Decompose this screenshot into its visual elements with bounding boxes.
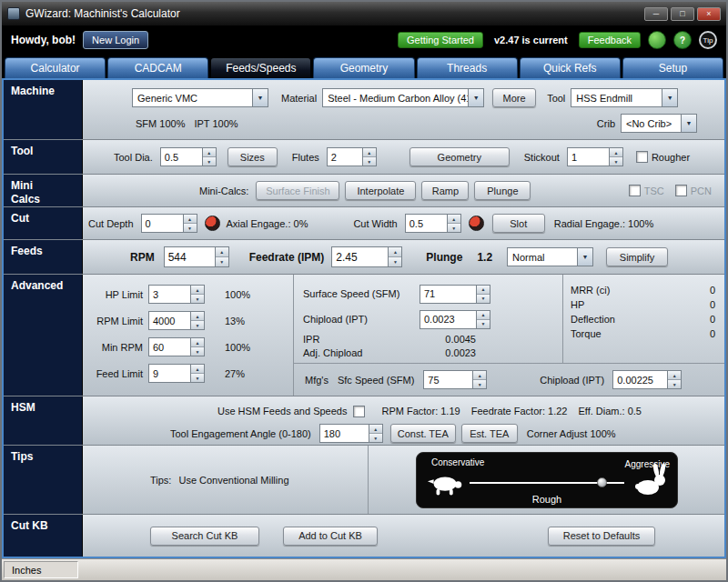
feed-limit-input[interactable]: 9 — [148, 364, 205, 383]
mfg-sfc-speed-input[interactable]: 75 — [423, 370, 487, 389]
rpm-input[interactable]: 544 — [164, 246, 229, 267]
spin-down-icon[interactable] — [473, 379, 486, 388]
tab-threads[interactable]: Threads — [417, 57, 518, 78]
tool-dia-value[interactable]: 0.5 — [161, 148, 202, 166]
spin-up-icon[interactable] — [191, 286, 204, 294]
pcn-checkbox[interactable] — [675, 185, 687, 196]
cut-depth-value[interactable]: 0 — [142, 215, 183, 232]
mfg-chipload-value[interactable]: 0.00225 — [613, 371, 667, 388]
hp-limit-input[interactable]: 3 — [148, 285, 205, 304]
chevron-down-icon[interactable] — [577, 248, 592, 266]
surface-speed-value[interactable]: 71 — [420, 286, 476, 303]
spin-down-icon[interactable] — [448, 223, 460, 232]
spin-up-icon[interactable] — [610, 148, 622, 156]
crib-select[interactable]: <No Crib> — [621, 114, 697, 133]
tab-setup[interactable]: Setup — [622, 57, 723, 78]
stickout-input[interactable]: 1 — [567, 147, 623, 166]
flutes-input[interactable]: 2 — [327, 147, 377, 166]
spin-up-icon[interactable] — [216, 247, 228, 256]
feed-limit-value[interactable]: 9 — [149, 365, 190, 382]
tab-feeds-speeds[interactable]: Feeds/Speeds — [210, 57, 311, 78]
stickout-value[interactable]: 1 — [568, 148, 609, 166]
plunge-button[interactable]: Plunge — [474, 181, 531, 200]
cut-width-input[interactable]: 0.5 — [405, 214, 461, 233]
spin-down-icon[interactable] — [203, 156, 216, 166]
spin-down-icon[interactable] — [477, 294, 490, 303]
chevron-down-icon[interactable] — [681, 115, 696, 132]
spin-down-icon[interactable] — [191, 294, 204, 303]
spin-down-icon[interactable] — [610, 156, 622, 166]
hp-limit-value[interactable]: 3 — [149, 286, 190, 303]
est-tea-button[interactable]: Est. TEA — [461, 424, 518, 443]
spin-up-icon[interactable] — [477, 286, 490, 294]
radial-engagement-icon[interactable] — [469, 216, 484, 231]
search-cut-kb-button[interactable]: Search Cut KB — [150, 527, 259, 546]
cut-width-value[interactable]: 0.5 — [406, 215, 447, 232]
maximize-button[interactable]: □ — [671, 7, 694, 21]
tab-quick-refs[interactable]: Quick Refs — [520, 57, 621, 78]
spin-down-icon[interactable] — [191, 346, 204, 356]
spin-down-icon[interactable] — [184, 223, 197, 232]
tab-geometry[interactable]: Geometry — [313, 57, 414, 78]
rpm-limit-input[interactable]: 4000 — [148, 311, 205, 330]
spin-up-icon[interactable] — [363, 148, 376, 156]
spin-up-icon[interactable] — [389, 247, 401, 256]
spin-up-icon[interactable] — [191, 338, 204, 346]
tool-type-select[interactable]: HSS Endmill — [571, 88, 678, 107]
rougher-checkbox[interactable] — [636, 151, 648, 163]
spin-up-icon[interactable] — [477, 311, 490, 319]
feedrate-input[interactable]: 2.45 — [331, 246, 402, 267]
simplify-button[interactable]: Simplify — [606, 247, 668, 266]
help-icon[interactable]: ? — [673, 31, 692, 49]
tab-calculator[interactable]: Calculator — [5, 57, 106, 78]
chevron-down-icon[interactable] — [662, 89, 677, 106]
mfg-chipload-input[interactable]: 0.00225 — [612, 370, 682, 389]
spin-down-icon[interactable] — [191, 373, 204, 382]
ramp-button[interactable]: Ramp — [421, 181, 469, 200]
more-button[interactable]: More — [492, 88, 536, 107]
spin-down-icon[interactable] — [668, 379, 681, 388]
spin-up-icon[interactable] — [369, 425, 382, 433]
new-login-button[interactable]: New Login — [83, 31, 148, 49]
chipload-value[interactable]: 0.0023 — [420, 311, 476, 328]
add-to-cut-kb-button[interactable]: Add to Cut KB — [283, 527, 378, 546]
tip-icon[interactable]: Tip — [699, 31, 717, 49]
spin-up-icon[interactable] — [191, 365, 204, 373]
flutes-value[interactable]: 2 — [328, 148, 362, 166]
material-select[interactable]: Steel - Medium Carbon Alloy (4130) — [322, 88, 484, 107]
spin-down-icon[interactable] — [369, 433, 382, 442]
cut-depth-input[interactable]: 0 — [141, 214, 197, 233]
mfg-sfc-speed-value[interactable]: 75 — [424, 371, 472, 388]
slot-button[interactable]: Slot — [492, 214, 545, 233]
surface-finish-button[interactable]: Surface Finish — [256, 181, 339, 200]
chevron-down-icon[interactable] — [468, 89, 483, 106]
min-rpm-value[interactable]: 60 — [149, 338, 190, 356]
interpolate-button[interactable]: Interpolate — [345, 181, 416, 200]
machine-select[interactable]: Generic VMC — [132, 88, 268, 107]
spin-down-icon[interactable] — [216, 256, 228, 266]
feedrate-value[interactable]: 2.45 — [332, 247, 388, 266]
spin-up-icon[interactable] — [203, 148, 216, 156]
close-button[interactable]: × — [697, 7, 721, 21]
plunge-mode-select[interactable]: Normal — [507, 247, 593, 266]
tab-cadcam[interactable]: CADCAM — [107, 57, 208, 78]
spin-up-icon[interactable] — [668, 371, 681, 379]
tsc-checkbox[interactable] — [629, 185, 641, 196]
spin-up-icon[interactable] — [184, 215, 197, 223]
feedback-button[interactable]: Feedback — [579, 32, 641, 48]
rpm-value[interactable]: 544 — [165, 247, 215, 266]
aggressiveness-handle[interactable] — [597, 477, 607, 487]
tea-input[interactable]: 180 — [319, 424, 383, 443]
sizes-button[interactable]: Sizes — [228, 147, 278, 166]
tool-dia-input[interactable]: 0.5 — [160, 147, 217, 166]
spin-down-icon[interactable] — [191, 320, 204, 329]
community-icon[interactable] — [648, 31, 666, 49]
geometry-button[interactable]: Geometry — [410, 147, 510, 166]
spin-up-icon[interactable] — [473, 371, 486, 379]
min-rpm-input[interactable]: 60 — [148, 337, 205, 356]
rpm-limit-value[interactable]: 4000 — [149, 312, 190, 329]
reset-to-defaults-button[interactable]: Reset to Defaults — [548, 527, 655, 546]
axial-engagement-icon[interactable] — [205, 216, 220, 231]
spin-down-icon[interactable] — [363, 156, 376, 166]
const-tea-button[interactable]: Const. TEA — [390, 424, 456, 443]
